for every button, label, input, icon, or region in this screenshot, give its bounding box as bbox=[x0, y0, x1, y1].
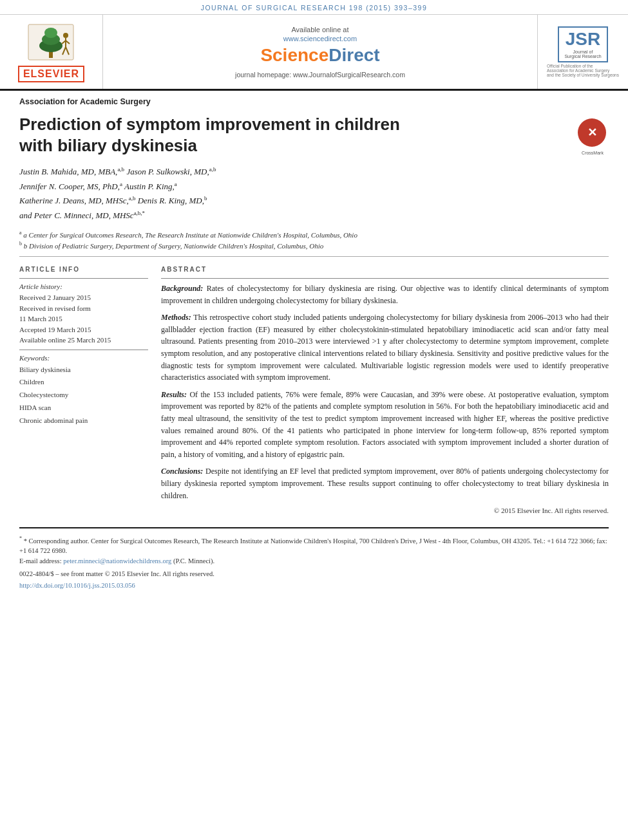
revised-label: Received in revised form bbox=[19, 303, 148, 314]
sciencedirect-url[interactable]: www.sciencedirect.com bbox=[283, 35, 357, 42]
sciencedirect-header: Available online at www.sciencedirect.co… bbox=[103, 15, 538, 89]
elsevier-logo-area: ELSEVIER bbox=[0, 15, 103, 89]
abstract-conclusions: Conclusions: Despite not identifying an … bbox=[161, 465, 609, 501]
author-sulkowski: Jason P. Sulkowski, MD,a,b bbox=[126, 167, 216, 176]
available-date: Available online 25 March 2015 bbox=[19, 335, 148, 346]
crossmark-logo: ✕ CrossMark bbox=[576, 117, 609, 155]
author-king-d: Denis R. King, MD,b bbox=[138, 196, 207, 205]
keywords-label: Keywords: bbox=[19, 354, 148, 362]
journal-name: JOURNAL OF SURGICAL RESEARCH 198 (2015) … bbox=[201, 4, 428, 12]
footer-doi-link[interactable]: http://dx.doi.org/10.1016/j.jss.2015.03.… bbox=[19, 582, 135, 589]
jsr-small-text: Official Publication of theAssociation f… bbox=[547, 64, 619, 77]
author-deans: Katherine J. Deans, MD, MHSc,a,b bbox=[19, 196, 135, 205]
accepted-date: Accepted 19 March 2015 bbox=[19, 324, 148, 335]
abstract-label: ABSTRACT bbox=[161, 266, 609, 273]
jsr-logo-area: JSR Journal ofSurgical Research Official… bbox=[538, 15, 628, 89]
svg-point-4 bbox=[44, 28, 57, 38]
author-mahida: Justin B. Mahida, MD, MBA,a,b bbox=[19, 167, 124, 176]
elsevier-logo: ELSEVIER bbox=[18, 21, 84, 82]
journal-homepage: journal homepage: www.JournalofSurgicalR… bbox=[235, 71, 405, 79]
author-minneci: and Peter C. Minneci, MD, MHSca,b,* bbox=[19, 210, 145, 220]
left-column: ARTICLE INFO Article history: Received 2… bbox=[19, 266, 148, 521]
elsevier-tree-icon bbox=[22, 21, 80, 63]
revised-date: 11 March 2015 bbox=[19, 313, 148, 324]
author-cooper: Jennifer N. Cooper, MS, PhD,a bbox=[19, 182, 122, 191]
history-label: Article history: bbox=[19, 283, 148, 290]
footer-area: * * Corresponding author. Center for Sur… bbox=[19, 527, 609, 593]
footer-issn: 0022-4804/$ – see front matter © 2015 El… bbox=[19, 569, 609, 579]
header-area: ELSEVIER Available online at www.science… bbox=[0, 15, 628, 91]
abstract-background: Background: Rates of cholecystectomy for… bbox=[161, 283, 609, 306]
keyword-2: Children bbox=[19, 376, 148, 389]
affil-a: a a Center for Surgical Outcomes Researc… bbox=[19, 229, 609, 240]
article-type: Association for Academic Surgery bbox=[0, 91, 628, 110]
sciencedirect-brand: ScienceDirect bbox=[260, 45, 379, 66]
author-king-a: Austin P. King,a bbox=[124, 182, 177, 191]
keywords-list: Biliary dyskinesia Children Cholecystect… bbox=[19, 364, 148, 427]
article-info-label: ARTICLE INFO bbox=[19, 266, 148, 273]
footer-email-link[interactable]: peter.minneci@nationwidechildrens.org bbox=[63, 557, 171, 565]
article-title: Prediction of symptom improvement in chi… bbox=[19, 114, 400, 156]
journal-header-bar: JOURNAL OF SURGICAL RESEARCH 198 (2015) … bbox=[0, 0, 628, 15]
jsr-full-name: Journal ofSurgical Research bbox=[564, 50, 601, 59]
footer-email: E-mail address: peter.minneci@nationwide… bbox=[19, 556, 609, 566]
keyword-4: HIDA scan bbox=[19, 402, 148, 415]
jsr-box: JSR Journal ofSurgical Research bbox=[558, 26, 607, 62]
keyword-1: Biliary dyskinesia bbox=[19, 364, 148, 377]
available-text: Available online at bbox=[291, 26, 348, 33]
copyright: © 2015 Elsevier Inc. All rights reserved… bbox=[161, 507, 609, 521]
footer-doi: http://dx.doi.org/10.1016/j.jss.2015.03.… bbox=[19, 581, 609, 591]
abstract-methods: Methods: This retrospective cohort study… bbox=[161, 312, 609, 384]
svg-point-5 bbox=[63, 33, 68, 38]
affiliations: a a Center for Surgical Outcomes Researc… bbox=[0, 227, 628, 256]
elsevier-wordmark: ELSEVIER bbox=[18, 66, 84, 82]
footer-corresponding: * * Corresponding author. Center for Sur… bbox=[19, 535, 609, 556]
jsr-logo: JSR Journal ofSurgical Research Official… bbox=[547, 26, 619, 77]
received-date: Received 2 January 2015 bbox=[19, 292, 148, 303]
main-content: ARTICLE INFO Article history: Received 2… bbox=[0, 257, 628, 521]
article-info-divider bbox=[19, 278, 148, 279]
keywords-divider bbox=[19, 350, 148, 350]
right-column: ABSTRACT Background: Rates of cholecyste… bbox=[161, 266, 609, 521]
abstract-results: Results: Of the 153 included patients, 7… bbox=[161, 389, 609, 461]
authors-section: Justin B. Mahida, MD, MBA,a,b Jason P. S… bbox=[0, 162, 628, 227]
abstract-top-divider bbox=[161, 278, 609, 279]
keyword-3: Cholecystectomy bbox=[19, 389, 148, 402]
keyword-5: Chronic abdominal pain bbox=[19, 415, 148, 427]
jsr-abbr: JSR bbox=[564, 30, 601, 48]
affil-b: b b Division of Pediatric Surgery, Depar… bbox=[19, 240, 609, 251]
title-section: Prediction of symptom improvement in chi… bbox=[0, 110, 628, 162]
svg-text:✕: ✕ bbox=[587, 126, 597, 139]
